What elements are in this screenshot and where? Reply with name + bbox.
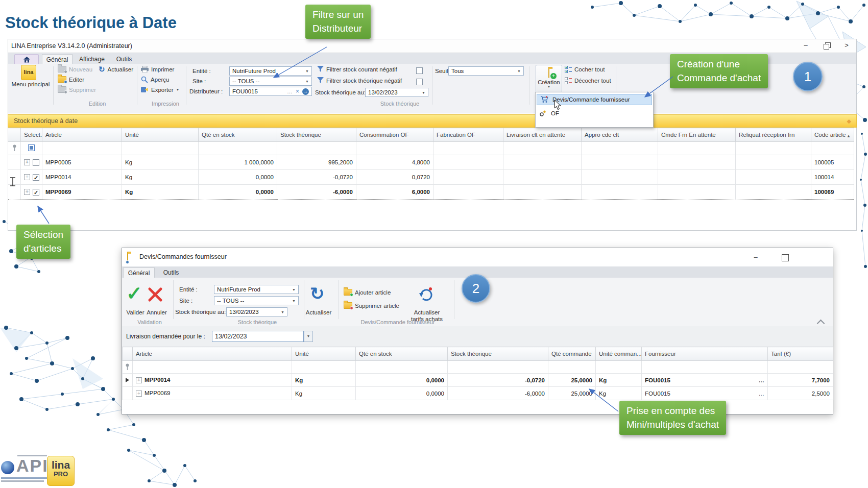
row-checkbox[interactable] [33,159,39,166]
restore-icon[interactable] [819,40,835,51]
row-checkbox[interactable]: ✓ [33,189,39,196]
valider-check-icon[interactable]: ✓ [126,285,142,302]
entite-select[interactable]: NutriFuture Prod▼ [229,66,312,76]
expand-icon[interactable]: + [24,189,30,195]
lina-badge-icon[interactable]: lina [21,65,36,80]
col-livraison-clt[interactable]: Livraison clt en attente [503,128,582,142]
panel-pin-icon[interactable]: ◆ [847,118,856,125]
filter-row[interactable] [123,361,833,374]
tarifs-refresh-icon[interactable] [417,285,435,302]
col-unite-commande[interactable]: Unité comman... [596,347,642,361]
commande-row[interactable]: +MPP0069 Kg 0,0000 -6,0000 25,0000 Kg FO… [123,387,833,400]
col-fabrication-of[interactable]: Fabrication OF [433,128,503,142]
dialog-refresh-icon[interactable]: ↻ [310,285,325,302]
home-button[interactable] [14,54,39,65]
col-reliquat[interactable]: Reliquat réception frn [736,128,811,142]
maximize-icon[interactable] [782,254,789,261]
filter-row[interactable] [8,142,854,155]
funnel-icon [317,66,324,72]
row-select-cell[interactable]: + [21,155,42,170]
col-article[interactable]: Article [133,347,292,361]
supprimer-article-button[interactable]: Supprimer article [344,302,399,309]
commande-row[interactable]: +MPP0014 Kg 0,0000 -0,0720 25,0000 Kg FO… [123,374,833,387]
table-row[interactable]: + MPP0005 Kg 1 000,0000 995,2000 4,8000 … [8,155,854,170]
menu-item-devis-commande[interactable]: Devis/Commande fournisseur [537,94,652,105]
col-unite[interactable]: Unité [292,347,356,361]
dialog-entite-select[interactable]: NutriFuture Prod▼ [214,285,299,294]
expand-icon[interactable]: + [24,174,30,180]
row-checkbox[interactable]: ✓ [33,174,39,181]
distributeur-input[interactable]: FOU0015 … × → [229,87,312,96]
ellipsis-icon[interactable]: … [759,391,765,397]
apercu-button[interactable]: Aperçu [141,76,169,83]
table-row[interactable]: +✓ MPP0014 Kg 0,0000 -0,0720 0,0720 1000… [8,170,854,185]
col-article[interactable]: Article [42,128,122,142]
col-stock-theorique[interactable]: Stock théorique [277,128,356,142]
select-all-checkbox[interactable] [21,142,42,155]
col-qte-stock[interactable]: Qté en stock [199,128,277,142]
col-appro-cde[interactable]: Appro cde clt [582,128,658,142]
livraison-date-input[interactable]: 13/02/2023 [212,331,304,342]
col-consommation-of[interactable]: Consommation OF [356,128,433,142]
filtre-courant-item[interactable]: Filtrer stock courant négatif [317,66,397,72]
minimize-icon[interactable]: – [798,40,813,51]
row-select-cell[interactable]: +✓ [21,170,42,185]
filtre-theorique-item[interactable]: Filtrer stock théorique négatif [317,77,402,84]
negative-stock-cell[interactable]: -6,0000 [448,387,548,400]
col-unite[interactable]: Unité [122,128,199,142]
row-select-cell[interactable]: +✓ [21,185,42,200]
livraison-date-caret[interactable]: ▼ [304,331,313,342]
expand-icon[interactable]: + [136,391,142,397]
more-icon[interactable]: > [839,40,854,51]
annuler-button[interactable]: Annuler [143,309,170,316]
dialog-tab-general[interactable]: Général [123,267,155,278]
actualiser-button[interactable]: ↻ Actualiser [99,66,133,73]
go-icon[interactable]: → [302,88,309,95]
menu-item-of[interactable]: OF [537,108,652,119]
tab-general[interactable]: Général [42,54,73,64]
imprimer-button[interactable]: Imprimer [141,66,174,72]
clear-icon[interactable]: × [293,88,299,95]
exporter-button[interactable]: Exporter ▼ [141,86,179,93]
dialog-tab-outils[interactable]: Outils [158,267,184,278]
col-tarif[interactable]: Tarif (€) [768,347,833,361]
expand-icon[interactable]: + [136,377,142,383]
col-fournisseur[interactable]: Fournisseur [642,347,768,361]
negative-stock-cell[interactable]: -0,0720 [448,374,548,387]
negative-stock-cell[interactable]: -0,0720 [277,170,356,185]
callout-creation-commande: Création d'une Commande d'achat [670,54,768,88]
seuil-select[interactable]: Tous▼ [448,66,524,76]
ellipsis-icon[interactable]: … [759,377,765,383]
menu-principal-button[interactable]: Menu principal [8,81,53,87]
expand-icon[interactable]: + [24,159,30,165]
minimize-icon[interactable]: – [748,252,763,262]
fournisseur-cell[interactable]: FOU0015… [642,387,768,400]
filtre-courant-checkbox[interactable] [416,67,423,74]
tab-affichage[interactable]: Affichage [76,54,108,64]
filtre-theorique-checkbox[interactable] [416,79,423,85]
fournisseur-cell[interactable]: FOU0015… [642,374,768,387]
col-qte-stock[interactable]: Qté en stock [356,347,448,361]
table-row-selected[interactable]: +✓ MPP0069 Kg 0,0000 -6,0000 6,0000 1000… [8,185,854,200]
creation-button[interactable]: + Création ▼ [536,65,562,95]
ajouter-article-button[interactable]: Ajouter article [344,289,391,296]
annuler-x-icon[interactable] [148,287,163,302]
dialog-stock-au-date[interactable]: 13/02/2023▼ [226,307,287,316]
ellipsis-icon[interactable]: … [285,88,293,94]
editer-button[interactable]: Editer [58,76,84,83]
col-stock-theorique[interactable]: Stock théorique [448,347,548,361]
col-select[interactable]: Select. [21,128,42,142]
dialog-site-select[interactable]: -- TOUS --▼ [214,296,299,305]
stock-au-date-select[interactable]: 13/02/2023▼ [365,88,428,97]
dialog-title: Devis/Commandes fournisseur [139,253,227,260]
decocher-tout-button[interactable]: Décocher tout [565,77,611,84]
commande-table: Article Unité Qté en stock Stock théoriq… [122,347,833,400]
tab-outils[interactable]: Outils [111,54,137,64]
col-qte-commande[interactable]: Qté commande [548,347,596,361]
col-code-article[interactable]: Code article▲ [811,128,854,142]
cocher-tout-button[interactable]: Cocher tout [565,66,605,73]
col-cmde-frn[interactable]: Cmde Frn En attente [658,128,736,142]
negative-stock-cell[interactable]: -6,0000 [277,185,356,200]
site-select[interactable]: -- TOUS --▼ [229,77,312,86]
dialog-actualiser-button[interactable]: Actualiser [302,309,335,316]
